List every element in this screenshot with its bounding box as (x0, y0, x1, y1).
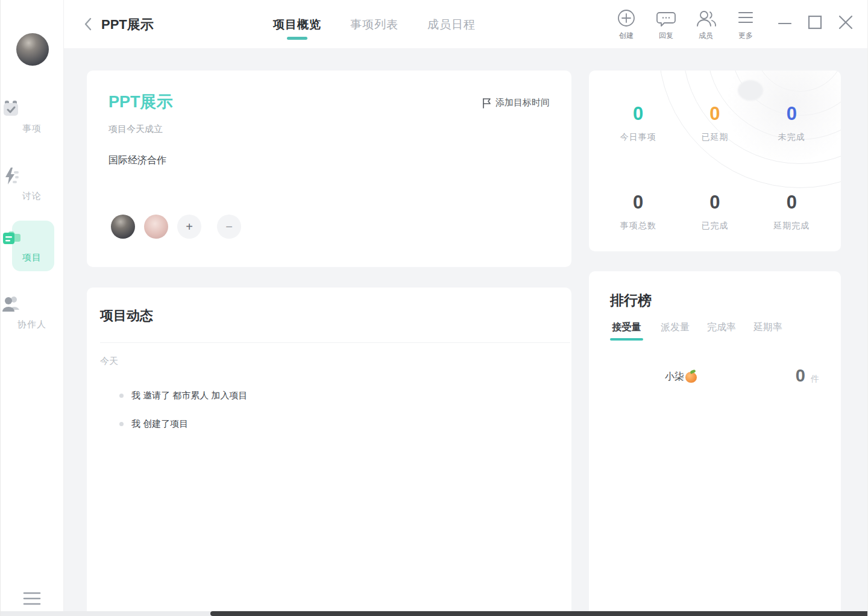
project-overview-card: PPT展示 添加目标时间 项目今天成立 国际经济合作 + (87, 71, 571, 267)
activity-title: 项目动态 (100, 307, 153, 325)
sidebar-item-tasks[interactable]: 事项 (1, 98, 63, 134)
sidebar-item-collaborators[interactable]: 协作人 (1, 294, 63, 330)
stat-label: 今日事项 (600, 132, 676, 143)
flag-icon (482, 98, 491, 108)
bullet-dot (119, 422, 124, 426)
add-goal-time-label: 添加目标时间 (495, 97, 550, 108)
people-icon (1, 294, 63, 315)
stat-total-tasks: 0 事项总数 (600, 169, 676, 251)
sidebar-item-discussion[interactable]: 讨论 (1, 166, 63, 202)
stat-label: 事项总数 (600, 221, 676, 231)
sidebar-menu-icon[interactable] (22, 591, 42, 606)
leaderboard-tabs: 接受量 派发量 完成率 延期率 (610, 321, 782, 341)
stat-value: 0 (676, 193, 753, 212)
reply-button[interactable]: 回复 (646, 9, 686, 41)
leaderboard-row: 小柒 0 件 (589, 366, 841, 394)
project-description: 国际经济合作 (108, 154, 166, 167)
tab-member-schedule[interactable]: 成员日程 (427, 17, 476, 40)
lightning-chat-icon (1, 166, 63, 186)
project-title: PPT展示 (108, 91, 173, 113)
stat-value: 0 (753, 104, 830, 123)
add-goal-time-button[interactable]: 添加目标时间 (482, 97, 550, 108)
stat-value: 0 (753, 193, 830, 212)
page-title: PPT展示 (101, 16, 154, 34)
stats-grid: 0 今日事项 0 已延期 0 未完成 0 事项总数 (600, 86, 830, 251)
leaderboard-unit: 件 (811, 374, 819, 385)
leaderboard-member-name: 小柒 (665, 371, 697, 383)
member-avatars-row: + − (111, 215, 250, 239)
action-label: 创建 (606, 31, 646, 41)
minimize-button[interactable] (778, 14, 791, 30)
user-avatar[interactable] (16, 33, 49, 66)
stat-value: 0 (676, 104, 753, 123)
horizontal-scrollbar-thumb[interactable] (210, 611, 867, 616)
active-tab-underline (287, 37, 307, 40)
activity-day-label: 今天 (100, 356, 118, 367)
add-member-button[interactable]: + (177, 215, 201, 239)
tab-label: 事项列表 (350, 18, 398, 31)
sidebar: 事项 讨论 项目 (1, 0, 64, 616)
stat-label: 已延期 (676, 132, 753, 143)
member-avatar[interactable] (111, 215, 135, 239)
leaderboard-value: 0 件 (796, 366, 819, 386)
leaderboard-tab-delay-rate[interactable]: 延期率 (753, 321, 782, 341)
tab-label: 成员日程 (427, 18, 476, 31)
tab-label: 派发量 (661, 322, 690, 332)
plus-circle-icon (606, 9, 646, 28)
members-button[interactable]: 成员 (686, 9, 726, 41)
sidebar-item-label: 协作人 (1, 319, 63, 330)
header-actions: 创建 回复 (606, 9, 766, 41)
stat-today-tasks: 0 今日事项 (600, 86, 676, 169)
leaderboard-card: 排行榜 接受量 派发量 完成率 延期率 (589, 271, 841, 616)
back-button[interactable] (83, 17, 93, 31)
more-button[interactable]: 更多 (726, 9, 766, 41)
activity-item: 我 邀请了 都市累人 加入项目 (119, 390, 248, 401)
sidebar-item-projects[interactable]: 项目 (1, 227, 63, 263)
stat-completed-late: 0 延期完成 (753, 169, 830, 251)
members-icon (686, 9, 726, 28)
activity-item: 我 创建了项目 (119, 418, 188, 430)
stat-label: 已完成 (676, 221, 753, 231)
stat-unfinished: 0 未完成 (753, 86, 830, 169)
action-label: 回复 (646, 31, 686, 41)
leaderboard-tab-accepted[interactable]: 接受量 (610, 321, 643, 341)
header: PPT展示 项目概览 事项列表 成员日程 (64, 0, 867, 48)
stat-value: 0 (600, 193, 676, 212)
project-subtitle: 项目今天成立 (108, 124, 163, 135)
sidebar-item-label: 事项 (1, 123, 63, 134)
tab-task-list[interactable]: 事项列表 (350, 17, 398, 40)
more-lines-icon (726, 9, 766, 28)
header-tabs: 项目概览 事项列表 成员日程 (273, 17, 476, 40)
chat-bubble-icon (646, 9, 686, 28)
stat-label: 未完成 (753, 132, 830, 143)
leaderboard-tab-dispatched[interactable]: 派发量 (661, 321, 690, 341)
stat-value: 0 (600, 104, 676, 123)
peach-emoji (685, 372, 697, 383)
member-name-text: 小柒 (665, 371, 684, 383)
window-controls (778, 14, 853, 30)
create-button[interactable]: 创建 (606, 9, 646, 41)
remove-member-button[interactable]: − (217, 215, 241, 239)
activity-text: 我 邀请了 都市累人 加入项目 (131, 390, 248, 401)
activity-text: 我 创建了项目 (131, 418, 188, 430)
stat-label: 延期完成 (753, 221, 830, 231)
active-tab-underline (610, 338, 643, 341)
leaderboard-count: 0 (796, 366, 805, 386)
horizontal-scrollbar-track[interactable] (1, 611, 867, 616)
folder-icon (1, 227, 63, 248)
maximize-button[interactable] (808, 14, 822, 30)
member-avatar[interactable] (144, 215, 168, 239)
tab-label: 完成率 (707, 322, 736, 332)
tab-label: 延期率 (753, 322, 782, 332)
app-window: 事项 讨论 项目 (1, 0, 867, 616)
tab-label: 接受量 (612, 322, 641, 332)
content: PPT展示 添加目标时间 项目今天成立 国际经济合作 + (64, 48, 867, 616)
leaderboard-tab-completion-rate[interactable]: 完成率 (707, 321, 736, 341)
main-area: PPT展示 项目概览 事项列表 成员日程 (64, 0, 867, 616)
bullet-dot (119, 394, 124, 398)
action-label: 成员 (686, 31, 726, 41)
close-button[interactable] (838, 14, 853, 30)
tab-project-overview[interactable]: 项目概览 (273, 17, 321, 40)
tab-label: 项目概览 (273, 18, 321, 31)
action-label: 更多 (726, 31, 766, 41)
